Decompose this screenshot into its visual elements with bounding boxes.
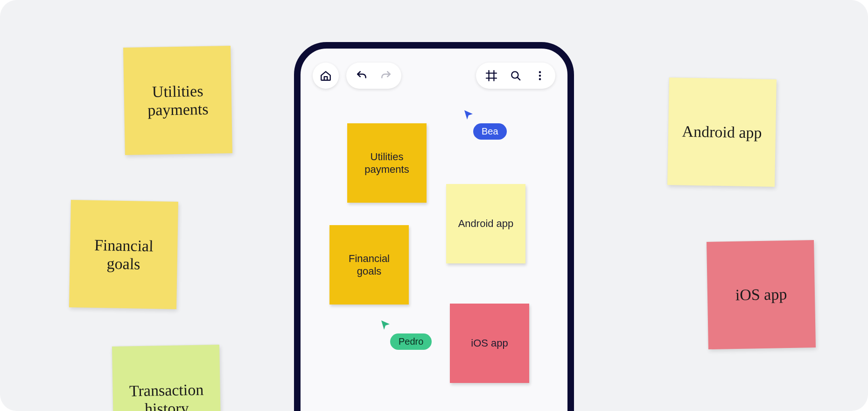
- cursor-pointer-icon: [380, 319, 391, 331]
- undo-redo-group: [346, 63, 401, 89]
- phone-toolbar: [313, 63, 555, 89]
- more-vertical-icon[interactable]: [534, 70, 546, 82]
- cursor-pedro: Pedro: [380, 319, 432, 350]
- svg-line-5: [517, 77, 520, 80]
- bg-note-utilities-payments: Utilities payments: [123, 46, 232, 155]
- bg-note-android-app: Android app: [667, 78, 777, 187]
- svg-point-7: [539, 75, 541, 77]
- canvas-stage: Utilities payments Financial goals Trans…: [0, 0, 868, 411]
- home-button[interactable]: [313, 63, 339, 89]
- redo-icon[interactable]: [380, 70, 392, 82]
- undo-icon[interactable]: [356, 70, 368, 82]
- bg-note-ios-app: iOS app: [707, 240, 816, 349]
- phone-note-ios-app[interactable]: iOS app: [450, 304, 529, 383]
- tools-group: [476, 63, 555, 89]
- cursor-pointer-icon: [463, 109, 474, 120]
- phone-canvas[interactable]: Bea Utilities payments Financial goals A…: [301, 49, 567, 411]
- phone-note-financial-goals[interactable]: Financial goals: [329, 225, 409, 305]
- phone-note-utilities-payments[interactable]: Utilities payments: [347, 123, 427, 203]
- frame-icon[interactable]: [485, 70, 497, 82]
- home-icon: [320, 70, 332, 82]
- cursor-bea: Bea: [463, 109, 507, 140]
- cursor-pedro-label: Pedro: [390, 333, 432, 350]
- cursor-bea-label: Bea: [473, 123, 507, 140]
- phone-frame: Bea Utilities payments Financial goals A…: [294, 42, 574, 411]
- svg-point-8: [539, 78, 541, 80]
- search-icon[interactable]: [510, 70, 522, 82]
- bg-note-transaction-history: Transaction history: [112, 345, 221, 411]
- svg-point-6: [539, 71, 541, 73]
- bg-note-financial-goals: Financial goals: [69, 200, 178, 309]
- phone-note-android-app[interactable]: Android app: [446, 184, 525, 263]
